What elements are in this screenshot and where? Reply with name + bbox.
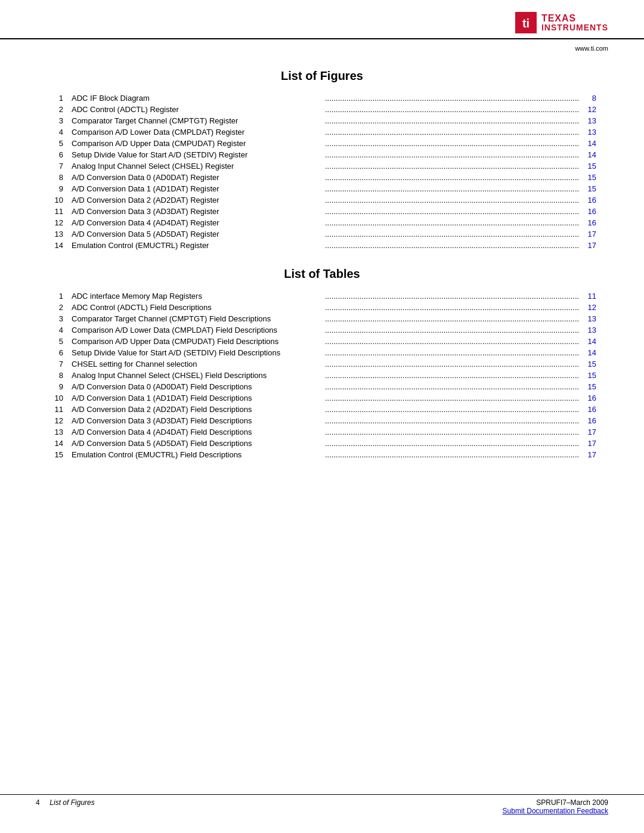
page-header: ti TEXAS INSTRUMENTS: [0, 0, 644, 39]
toc-dots: [325, 314, 578, 324]
list-item: 14Emulation Control (EMUCTRL) Register17: [48, 241, 596, 250]
toc-number: 8: [48, 371, 72, 380]
toc-dots: [325, 303, 578, 312]
toc-dots: [325, 405, 578, 414]
toc-dots: [325, 230, 578, 239]
toc-page[interactable]: 17: [578, 450, 596, 459]
toc-dots: [325, 139, 578, 148]
toc-label: Comparison A/D Upper Data (CMPUDAT) Regi…: [72, 139, 325, 148]
toc-number: 1: [48, 94, 72, 103]
toc-dots: [325, 218, 578, 228]
toc-dots: [325, 105, 578, 114]
toc-page[interactable]: 13: [578, 314, 596, 323]
toc-label: A/D Conversion Data 1 (AD1DAT) Field Des…: [72, 394, 325, 402]
ti-logo-icon: ti: [515, 12, 537, 33]
list-item: 13A/D Conversion Data 5 (AD5DAT) Registe…: [48, 230, 596, 239]
toc-label: A/D Conversion Data 4 (AD4DAT) Field Des…: [72, 428, 325, 436]
toc-label: A/D Conversion Data 0 (AD0DAT) Field Des…: [72, 382, 325, 391]
toc-dots: [325, 128, 578, 137]
toc-page[interactable]: 12: [578, 303, 596, 312]
toc-page[interactable]: 15: [578, 371, 596, 380]
toc-page[interactable]: 15: [578, 162, 596, 171]
toc-page[interactable]: 14: [578, 139, 596, 148]
toc-page[interactable]: 17: [578, 428, 596, 436]
toc-page[interactable]: 13: [578, 116, 596, 125]
list-item: 6Setup Divide Value for Start A/D (SETDI…: [48, 348, 596, 358]
toc-page[interactable]: 16: [578, 196, 596, 205]
list-item: 12A/D Conversion Data 4 (AD4DAT) Registe…: [48, 218, 596, 228]
toc-number: 10: [48, 196, 72, 205]
list-item: 12A/D Conversion Data 3 (AD3DAT) Field D…: [48, 416, 596, 426]
toc-page[interactable]: 14: [578, 348, 596, 357]
toc-dots: [325, 207, 578, 216]
toc-page[interactable]: 15: [578, 360, 596, 368]
toc-dots: [325, 450, 578, 460]
toc-number: 3: [48, 116, 72, 125]
toc-number: 9: [48, 184, 72, 193]
toc-page[interactable]: 16: [578, 394, 596, 402]
toc-page[interactable]: 8: [578, 94, 596, 103]
list-item: 4Comparison A/D Lower Data (CMPLDAT) Reg…: [48, 128, 596, 137]
toc-page[interactable]: 14: [578, 150, 596, 159]
toc-number: 4: [48, 326, 72, 335]
toc-dots: [325, 416, 578, 426]
toc-number: 9: [48, 382, 72, 391]
list-item: 6Setup Divide Value for Start A/D (SETDI…: [48, 150, 596, 160]
main-content: List of Figures 1ADC IF Block Diagram82A…: [0, 39, 644, 509]
toc-dots: [325, 94, 578, 103]
toc-number: 5: [48, 337, 72, 346]
toc-page[interactable]: 14: [578, 337, 596, 346]
list-item: 15Emulation Control (EMUCTRL) Field Desc…: [48, 450, 596, 460]
toc-number: 13: [48, 230, 72, 239]
list-item: 1ADC IF Block Diagram8: [48, 94, 596, 103]
toc-page[interactable]: 16: [578, 405, 596, 414]
toc-page[interactable]: 16: [578, 218, 596, 227]
footer-page-num: 4: [36, 798, 40, 807]
toc-label: ADC Control (ADCTL) Field Descriptions: [72, 303, 325, 312]
toc-label: ADC IF Block Diagram: [72, 94, 325, 103]
toc-label: Setup Divide Value for Start A/D (SETDIV…: [72, 150, 325, 159]
website-url: www.ti.com: [575, 45, 608, 52]
toc-dots: [325, 439, 578, 448]
footer-feedback-link[interactable]: Submit Documentation Feedback: [503, 807, 608, 815]
toc-page[interactable]: 17: [578, 439, 596, 448]
list-item: 7CHSEL setting for Channel selection15: [48, 360, 596, 369]
toc-page[interactable]: 15: [578, 173, 596, 182]
list-item: 8Analog Input Channel Select (CHSEL) Fie…: [48, 371, 596, 380]
toc-page[interactable]: 11: [578, 292, 596, 301]
toc-label: Comparator Target Channel (CMPTGT) Field…: [72, 314, 325, 323]
list-item: 11A/D Conversion Data 3 (AD3DAT) Registe…: [48, 207, 596, 216]
list-item: 14A/D Conversion Data 5 (AD5DAT) Field D…: [48, 439, 596, 448]
list-item: 1ADC interface Memory Map Registers11: [48, 292, 596, 301]
toc-label: ADC interface Memory Map Registers: [72, 292, 325, 301]
toc-label: Comparator Target Channel (CMPTGT) Regis…: [72, 116, 325, 125]
toc-page[interactable]: 16: [578, 207, 596, 216]
toc-page[interactable]: 17: [578, 241, 596, 250]
list-item: 8A/D Conversion Data 0 (AD0DAT) Register…: [48, 173, 596, 182]
toc-number: 7: [48, 162, 72, 171]
toc-dots: [325, 371, 578, 380]
toc-number: 14: [48, 241, 72, 250]
toc-label: Comparison A/D Upper Data (CMPUDAT) Fiel…: [72, 337, 325, 346]
toc-label: ADC Control (ADCTL) Register: [72, 105, 325, 114]
toc-page[interactable]: 12: [578, 105, 596, 114]
toc-label: A/D Conversion Data 5 (AD5DAT) Field Des…: [72, 439, 325, 448]
toc-page[interactable]: 17: [578, 230, 596, 239]
toc-dots: [325, 326, 578, 335]
toc-page[interactable]: 13: [578, 128, 596, 137]
toc-number: 14: [48, 439, 72, 448]
toc-page[interactable]: 16: [578, 416, 596, 425]
figures-section-title: List of Figures: [48, 69, 596, 83]
toc-number: 12: [48, 416, 72, 425]
figures-toc-list: 1ADC IF Block Diagram82ADC Control (ADCT…: [48, 94, 596, 250]
toc-page[interactable]: 15: [578, 382, 596, 391]
toc-label: Comparison A/D Lower Data (CMPLDAT) Regi…: [72, 128, 325, 137]
list-item: 11A/D Conversion Data 2 (AD2DAT) Field D…: [48, 405, 596, 414]
toc-label: A/D Conversion Data 2 (AD2DAT) Field Des…: [72, 405, 325, 414]
list-item: 9A/D Conversion Data 1 (AD1DAT) Register…: [48, 184, 596, 194]
toc-page[interactable]: 13: [578, 326, 596, 335]
toc-number: 11: [48, 207, 72, 216]
toc-number: 5: [48, 139, 72, 148]
toc-number: 6: [48, 348, 72, 357]
toc-page[interactable]: 15: [578, 184, 596, 193]
